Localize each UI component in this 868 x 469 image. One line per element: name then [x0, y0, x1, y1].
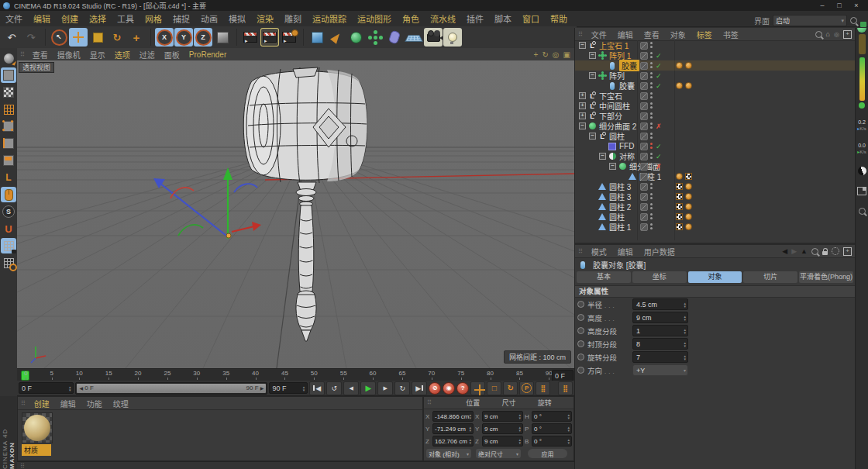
- material-name[interactable]: 材质: [22, 444, 51, 456]
- expand-toggle[interactable]: [589, 183, 596, 190]
- layer-icon[interactable]: [640, 163, 648, 171]
- layer-icon[interactable]: [640, 183, 648, 191]
- coordinate-system-button[interactable]: [213, 28, 232, 47]
- key-pla-toggle[interactable]: ⣿: [536, 381, 550, 395]
- visibility-toggles[interactable]: [640, 92, 673, 100]
- material-item[interactable]: 材质: [22, 412, 53, 456]
- move-tool-button[interactable]: [69, 28, 88, 47]
- enable-state-icon[interactable]: [656, 52, 663, 60]
- expand-toggle[interactable]: [619, 173, 626, 180]
- size-mode-dropdown[interactable]: 绝对尺寸▾: [476, 449, 521, 458]
- expand-toggle[interactable]: [579, 42, 586, 49]
- field-input[interactable]: 7: [632, 351, 688, 363]
- field-input[interactable]: 8: [632, 338, 688, 350]
- key-scale-toggle[interactable]: □: [487, 381, 501, 395]
- expand-toggle[interactable]: [589, 203, 596, 210]
- menu-item[interactable]: 角色: [397, 12, 425, 25]
- search-icon[interactable]: [850, 17, 857, 24]
- frame-range-slider[interactable]: ◀ 0 F 90 F ▶: [75, 382, 267, 395]
- viewport-menu-item[interactable]: ProRender: [184, 50, 231, 59]
- render-view-button[interactable]: [241, 28, 260, 47]
- menu-item[interactable]: 运动图形: [352, 12, 397, 25]
- menu-item[interactable]: 编辑: [28, 12, 56, 25]
- object-tag-icon[interactable]: [676, 203, 683, 210]
- zoom-view-icon[interactable]: ◎: [553, 50, 560, 59]
- enable-state-icon[interactable]: [656, 153, 663, 160]
- model-mode-button[interactable]: [1, 67, 16, 83]
- expand-toggle[interactable]: [609, 163, 616, 170]
- enable-state-icon[interactable]: [656, 163, 663, 171]
- visibility-toggles[interactable]: [640, 153, 673, 160]
- autokey-button[interactable]: ?: [456, 382, 469, 395]
- visibility-toggles[interactable]: [640, 122, 673, 130]
- layout-dropdown[interactable]: 启动▾: [773, 15, 847, 26]
- object-row[interactable]: 对称: [575, 151, 855, 161]
- size-z-field[interactable]: 9 cm: [482, 436, 523, 447]
- object-tag-icon[interactable]: [676, 173, 683, 180]
- visibility-toggles[interactable]: [640, 213, 673, 221]
- search-icon[interactable]: [815, 31, 822, 38]
- expand-toggle[interactable]: [579, 122, 586, 129]
- visibility-dots-icon[interactable]: [650, 82, 653, 89]
- expand-toggle[interactable]: [589, 193, 596, 200]
- previous-frame-button[interactable]: ◀: [343, 381, 359, 395]
- attribute-tab[interactable]: 平滑着色(Phong): [799, 271, 853, 283]
- edges-mode-button[interactable]: [1, 136, 16, 151]
- visibility-dots-icon[interactable]: [650, 102, 653, 109]
- object-manager-menu-item[interactable]: 查看: [639, 29, 665, 40]
- search-icon[interactable]: [811, 248, 818, 255]
- visibility-toggles[interactable]: [640, 62, 673, 70]
- deformer-button[interactable]: [385, 28, 404, 47]
- visibility-toggles[interactable]: [640, 163, 673, 171]
- last-tool-button[interactable]: +: [127, 28, 146, 47]
- visibility-toggles[interactable]: [640, 72, 673, 80]
- visibility-dots-icon[interactable]: [650, 112, 653, 119]
- viewport-menu-item[interactable]: 摄像机: [53, 49, 85, 60]
- pan-view-icon[interactable]: +: [534, 50, 539, 59]
- position-x-field[interactable]: -148.866 cm: [432, 411, 474, 422]
- object-manager-menu-item[interactable]: 书签: [718, 29, 744, 40]
- lock-y-axis-button[interactable]: Y: [174, 28, 193, 47]
- anim-dot-icon[interactable]: [577, 353, 584, 360]
- object-manager-menu-item[interactable]: 对象: [665, 29, 691, 40]
- visibility-dots-icon[interactable]: [650, 203, 653, 210]
- history-forward-icon[interactable]: ▶: [791, 247, 797, 255]
- layer-icon[interactable]: [640, 133, 648, 140]
- layer-icon[interactable]: [640, 102, 648, 110]
- link-icon[interactable]: ◎: [834, 31, 839, 38]
- menu-item[interactable]: 窗口: [517, 12, 545, 25]
- play-button[interactable]: ▶: [360, 381, 376, 395]
- object-row[interactable]: 细分曲面: [575, 161, 855, 171]
- key-parameter-toggle[interactable]: P: [519, 381, 534, 395]
- visibility-toggles[interactable]: [640, 102, 673, 110]
- rotation-p-field[interactable]: 0 °: [532, 423, 572, 434]
- scale-tool-button[interactable]: [88, 28, 107, 47]
- key-rotation-toggle[interactable]: ↻: [503, 381, 518, 395]
- expand-toggle[interactable]: [579, 102, 586, 109]
- parent-up-icon[interactable]: ▲: [801, 247, 808, 255]
- viewport-canvas[interactable]: 网格间距 : 100 cm: [17, 60, 574, 368]
- keyframe-record-button[interactable]: ◉: [443, 382, 455, 395]
- grip-icon[interactable]: ⠿: [575, 31, 586, 38]
- object-tag-icon[interactable]: [685, 62, 692, 69]
- menu-item[interactable]: 运动跟踪: [307, 12, 352, 25]
- object-name[interactable]: 圆柱 1: [609, 221, 631, 233]
- render-picture-viewer-button[interactable]: [260, 28, 279, 47]
- attribute-tab[interactable]: 切片: [743, 271, 797, 283]
- object-tag-icon[interactable]: [676, 183, 683, 190]
- layer-icon[interactable]: [640, 122, 648, 130]
- visibility-dots-icon[interactable]: [650, 42, 653, 49]
- visibility-dots-icon[interactable]: [650, 92, 653, 99]
- workplane-mode-button[interactable]: [1, 102, 16, 117]
- visibility-dots-icon[interactable]: [650, 133, 653, 140]
- render-settings-button[interactable]: [280, 28, 298, 47]
- menu-item[interactable]: 雕刻: [279, 12, 307, 25]
- goto-start-button[interactable]: ◀: [309, 381, 325, 395]
- redo-button[interactable]: ↷: [22, 28, 40, 47]
- object-row[interactable]: 阵列 1: [575, 50, 855, 60]
- layer-icon[interactable]: [640, 193, 648, 201]
- size-x-field[interactable]: 9 cm: [482, 411, 523, 422]
- layer-icon[interactable]: [640, 92, 648, 100]
- menu-item[interactable]: 文件: [0, 12, 28, 25]
- visibility-dots-icon[interactable]: [650, 153, 653, 160]
